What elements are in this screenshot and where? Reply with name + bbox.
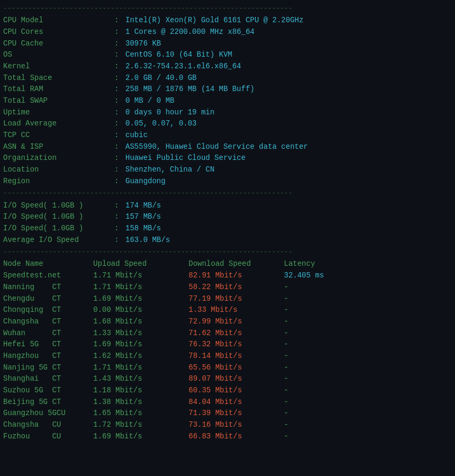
system-value: 0 days 0 hour 19 min (126, 107, 215, 119)
col-header-upload: Upload Speed (93, 258, 189, 270)
system-info-row: Location : Shenzhen, China / CN (3, 164, 452, 176)
system-value: Guangdong (126, 176, 166, 187)
net-upload-speed: 1.71 Mbit/s (93, 362, 189, 374)
colon-separator: : (114, 84, 123, 95)
network-header-row: Node NameUpload SpeedDownload SpeedLaten… (3, 258, 452, 270)
colon-separator: : (114, 223, 123, 235)
net-download-speed: 84.04 Mbit/s (189, 397, 284, 408)
io-value: 158 MB/s (126, 223, 161, 235)
system-label: OS (3, 49, 114, 61)
colon-separator: : (114, 211, 123, 223)
system-label: Kernel (3, 61, 114, 73)
network-data-row: Chongqing CT 0.00 Mbit/s 1.33 Mbit/s - (3, 304, 452, 316)
net-download-speed: 77.19 Mbit/s (189, 293, 284, 305)
colon-separator: : (114, 49, 123, 61)
system-label: Load Average (3, 118, 114, 130)
system-label: CPU Cores (3, 26, 114, 38)
system-info-row: OS : CentOS 6.10 (64 Bit) KVM (3, 49, 452, 61)
net-node-name: Wuhan CT (3, 328, 93, 339)
system-info-row: Organization : Huawei Public Cloud Servi… (3, 152, 452, 164)
network-data-row: Nanning CT 1.71 Mbit/s 58.22 Mbit/s - (3, 282, 452, 293)
system-value: 0.05, 0.07, 0.03 (126, 118, 197, 130)
net-node-name: Changsha CT (3, 316, 93, 328)
system-label: TCP CC (3, 130, 114, 141)
net-upload-speed: 1.72 Mbit/s (93, 419, 189, 431)
net-upload-speed: 1.68 Mbit/s (93, 316, 189, 328)
network-data-row: Chengdu CT 1.69 Mbit/s 77.19 Mbit/s - (3, 293, 452, 305)
net-download-speed: 89.07 Mbit/s (189, 373, 284, 385)
io-value: 163.0 MB/s (126, 235, 170, 246)
net-download-speed: 76.32 Mbit/s (189, 339, 284, 351)
io-label: I/O Speed( 1.0GB ) (3, 223, 114, 235)
colon-separator: : (114, 15, 123, 26)
system-label: Region (3, 176, 114, 187)
net-upload-speed: 1.65 Mbit/s (93, 408, 189, 419)
net-node-name: Nanning CT (3, 282, 93, 293)
system-label: Total RAM (3, 84, 114, 95)
system-info-row: CPU Cores : 1 Cores @ 2200.000 MHz x86_6… (3, 26, 452, 38)
colon-separator: : (114, 95, 123, 107)
net-latency: 32.405 ms (284, 270, 324, 282)
network-data-row: Changsha CU 1.72 Mbit/s 73.16 Mbit/s - (3, 419, 452, 431)
net-upload-speed: 1.18 Mbit/s (93, 385, 189, 397)
divider-io-network: ----------------------------------------… (3, 247, 452, 257)
colon-separator: : (114, 152, 123, 164)
net-latency: - (284, 362, 288, 374)
io-label: I/O Speed( 1.0GB ) (3, 200, 114, 212)
main-container: ----------------------------------------… (0, 0, 455, 444)
system-value: 2.0 GB / 40.0 GB (126, 73, 197, 84)
net-download-speed: 73.16 Mbit/s (189, 419, 284, 431)
net-download-speed: 71.62 Mbit/s (189, 328, 284, 339)
network-data-row: Wuhan CT 1.33 Mbit/s 71.62 Mbit/s - (3, 328, 452, 339)
system-info-row: CPU Cache : 30976 KB (3, 38, 452, 50)
system-value: 258 MB / 1876 MB (14 MB Buff) (126, 84, 255, 95)
net-download-speed: 60.35 Mbit/s (189, 385, 284, 397)
net-latency: - (284, 339, 288, 351)
network-data-row: Nanjing 5G CT 1.71 Mbit/s 65.56 Mbit/s - (3, 362, 452, 374)
system-value: 0 MB / 0 MB (126, 95, 174, 107)
system-value: AS55990, Huawei Cloud Service data cente… (126, 141, 308, 153)
io-row: Average I/O Speed : 163.0 MB/s (3, 235, 452, 246)
colon-separator: : (114, 118, 123, 130)
col-header-latency: Latency (284, 258, 315, 270)
network-data-row: Hefei 5G CT 1.69 Mbit/s 76.32 Mbit/s - (3, 339, 452, 351)
system-value: 1 Cores @ 2200.000 MHz x86_64 (126, 26, 255, 38)
net-node-name: Chengdu CT (3, 293, 93, 305)
colon-separator: : (114, 61, 123, 73)
col-header-node: Node Name (3, 258, 93, 270)
net-upload-speed: 0.00 Mbit/s (93, 304, 189, 316)
net-latency: - (284, 304, 288, 316)
net-upload-speed: 1.33 Mbit/s (93, 328, 189, 339)
system-info-row: Kernel : 2.6.32-754.23.1.el6.x86_64 (3, 61, 452, 73)
net-download-speed: 78.14 Mbit/s (189, 351, 284, 362)
colon-separator: : (114, 73, 123, 84)
net-latency: - (284, 431, 288, 443)
system-info-row: Total SWAP : 0 MB / 0 MB (3, 95, 452, 107)
network-data-row: Guangzhou 5GCU 1.65 Mbit/s 71.39 Mbit/s … (3, 408, 452, 419)
net-latency: - (284, 351, 288, 362)
divider-system-io: ----------------------------------------… (3, 188, 452, 199)
system-label: Uptime (3, 107, 114, 119)
system-info-row: Total Space : 2.0 GB / 40.0 GB (3, 73, 452, 84)
net-node-name: Hefei 5G CT (3, 339, 93, 351)
net-upload-speed: 1.69 Mbit/s (93, 431, 189, 443)
net-upload-speed: 1.71 Mbit/s (93, 282, 189, 293)
system-info-row: Total RAM : 258 MB / 1876 MB (14 MB Buff… (3, 84, 452, 95)
net-download-speed: 72.99 Mbit/s (189, 316, 284, 328)
net-latency: - (284, 385, 288, 397)
system-label: CPU Cache (3, 38, 114, 50)
colon-separator: : (114, 130, 123, 141)
net-latency: - (284, 316, 288, 328)
system-label: Total Space (3, 73, 114, 84)
system-value: 30976 KB (126, 38, 161, 50)
system-value: Huawei Public Cloud Service (126, 152, 246, 164)
divider-top: ----------------------------------------… (3, 3, 452, 14)
io-row: I/O Speed( 1.0GB ) : 158 MB/s (3, 223, 452, 235)
system-label: ASN & ISP (3, 141, 114, 153)
colon-separator: : (114, 164, 123, 176)
system-info-row: Load Average : 0.05, 0.07, 0.03 (3, 118, 452, 130)
io-label: Average I/O Speed (3, 235, 114, 246)
system-label: CPU Model (3, 15, 114, 26)
colon-separator: : (114, 200, 123, 212)
net-upload-speed: 1.69 Mbit/s (93, 293, 189, 305)
